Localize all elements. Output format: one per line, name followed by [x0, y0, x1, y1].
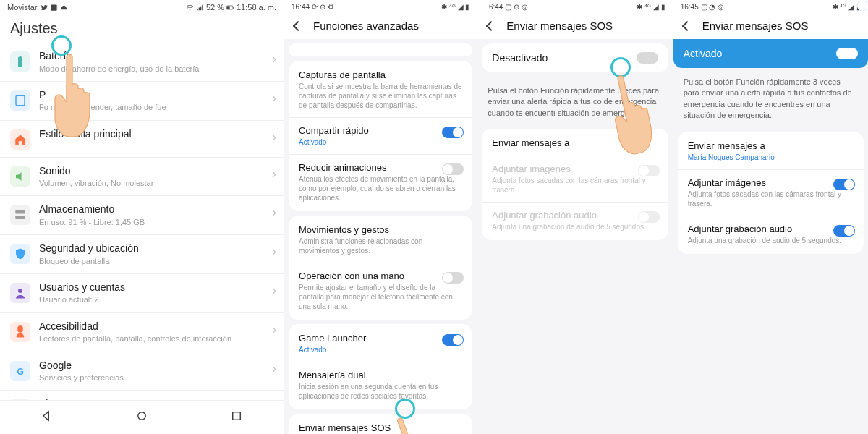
toggle-switch[interactable] — [637, 52, 658, 64]
item-subtitle: Administra funciones relacionadas con mo… — [299, 237, 462, 255]
item-title: Movimientos y gestos — [299, 224, 462, 235]
settings-list: BateríaModo de ahorro de energía, uso de… — [0, 43, 284, 400]
toggle-switch[interactable] — [442, 272, 464, 284]
status-right-icons: ✱ ⁴ᴳ ◢ ▮ — [637, 3, 665, 11]
settings-row[interactable]: G GoogleServicios y preferencias › — [0, 352, 284, 391]
header-title: Enviar mensajes SOS — [506, 20, 613, 32]
item-subtitle: María Nogues Campanario — [688, 153, 854, 162]
settings-card: Movimientos y gestosAdministra funciones… — [289, 216, 472, 320]
chevron-right-icon: › — [272, 165, 276, 183]
pane-ajustes: Movistar 52 % 11:58 a. m. Ajustes Baterí… — [0, 0, 284, 434]
row-title: Sonido — [39, 165, 263, 178]
toggle-switch[interactable] — [442, 127, 464, 138]
status-bar: Movistar 52 % 11:58 a. m. — [0, 0, 284, 13]
settings-row[interactable]: SistemaIdiomas, hora, copia de seguridad… — [0, 390, 284, 400]
toggle-switch[interactable] — [833, 225, 855, 237]
settings-item[interactable]: Reducir animacionesAtenúa los efectos de… — [289, 154, 472, 210]
item-subtitle: Controla si se muestra la barra de herra… — [299, 82, 462, 110]
settings-row[interactable]: SonidoVolumen, vibración, No molestar › — [0, 157, 284, 196]
sos-master-toggle[interactable]: Activado — [673, 39, 868, 68]
row-title: Usuarios y cuentas — [39, 281, 263, 294]
item-subtitle: Inicia sesión en una segunda cuenta en t… — [299, 382, 462, 401]
settings-row[interactable]: BateríaModo de ahorro de energía, uso de… — [0, 43, 284, 81]
status-bar: 16:44 ▢ ⊝ ◎ ✱ ⁴ᴳ ◢ ▮ — [477, 0, 672, 12]
sos-option[interactable]: Enviar mensajes a — [482, 130, 668, 156]
back-icon[interactable] — [486, 20, 496, 30]
chevron-right-icon: › — [272, 203, 276, 221]
nav-recent[interactable] — [230, 409, 243, 425]
item-title: Adjuntar grabación audio — [688, 224, 854, 234]
item-subtitle: Adjunta una grabación de audio de 5 segu… — [492, 222, 658, 231]
pane-sos-on: 16:45 ▢ ◔ ◎ ✱ ⁴ᴳ ◢ ▮ Enviar mensajes SOS… — [673, 0, 868, 434]
clock: 16:44 — [292, 3, 310, 11]
item-subtitle: Activado — [299, 137, 462, 147]
svg-rect-0 — [51, 4, 56, 10]
status-right-icons: ✱ ⁴ᴳ ◢ ▮ — [441, 3, 469, 11]
settings-row[interactable]: Estilo ntalla principal › — [0, 120, 284, 157]
page-title: Ajustes — [0, 13, 284, 43]
users-icon — [10, 283, 30, 303]
svg-rect-5 — [15, 210, 25, 214]
item-subtitle: Atenúa los efectos de movimiento en la p… — [299, 174, 462, 203]
item-title: Enviar mensajes SOS — [299, 422, 462, 433]
row-subtitle: Modo de ahorro de energía, uso de la bat… — [39, 64, 263, 74]
settings-item[interactable]: Mensajería dualInicia sesión en una segu… — [289, 362, 472, 408]
row-title: Estilo ntalla principal — [39, 128, 263, 141]
status-right-icons: ✱ ⁴ᴳ ◢ ▮ — [833, 3, 861, 11]
item-title: Adjuntar imágenes — [492, 163, 658, 174]
settings-row[interactable]: AlmacenamientoEn uso: 91 % - Libre: 1,45… — [0, 195, 284, 234]
item-title: Adjuntar imágenes — [688, 177, 854, 188]
nav-back[interactable] — [41, 409, 54, 425]
row-subtitle: Volumen, vibración, No molestar — [39, 178, 263, 188]
settings-item[interactable]: Capturas de pantallaControla si se muest… — [289, 62, 472, 117]
settings-item[interactable]: Movimientos y gestosAdministra funciones… — [289, 217, 472, 263]
sos-master-toggle[interactable]: Desactivado — [482, 43, 668, 72]
settings-card: Enviar mensajes SOSDesactivado — [289, 414, 472, 434]
status-icons: ⟳ ⊝ ⚙ — [312, 3, 334, 11]
item-subtitle: Activado — [299, 345, 462, 354]
sos-options-card: Enviar mensajes aMaría Nogues Campanario… — [678, 132, 864, 254]
sos-option: Adjuntar grabación audioAdjunta una grab… — [482, 202, 668, 239]
row-subtitle: Usuario actual: 2 — [39, 294, 263, 305]
toggle-switch[interactable] — [442, 334, 464, 346]
item-title: Enviar mensajes a — [492, 137, 658, 148]
home-icon — [10, 129, 30, 150]
header-title: Funciones avanzadas — [313, 20, 419, 32]
settings-row[interactable]: AccesibilidadLectores de pantalla, panta… — [0, 312, 284, 352]
tutorial-four-screens: Movistar 52 % 11:58 a. m. Ajustes Baterí… — [0, 0, 868, 434]
settings-item[interactable]: Enviar mensajes SOSDesactivado — [289, 415, 472, 434]
sos-option[interactable]: Adjuntar imágenesAdjunta fotos sacadas c… — [678, 169, 864, 216]
security-icon — [10, 244, 30, 264]
signal-icon — [196, 4, 204, 12]
settings-row[interactable]: Usuarios y cuentasUsuario actual: 2 › — [0, 273, 284, 312]
peek-prev-card — [289, 43, 472, 56]
pane-funciones-avanzadas: 16:44 ⟳ ⊝ ⚙ ✱ ⁴ᴳ ◢ ▮ Funciones avanzadas… — [284, 0, 477, 434]
settings-item[interactable]: Operación con una manoPermite ajustar el… — [289, 263, 472, 318]
item-subtitle: Adjunta una grabación de audio de 5 segu… — [688, 236, 854, 245]
back-icon[interactable] — [682, 20, 692, 30]
battery-pct: 52 % — [206, 3, 224, 12]
settings-row[interactable]: PFo ntalla, suspender, tamaño de fue › — [0, 81, 284, 120]
screen-header: Enviar mensajes SOS — [673, 12, 868, 39]
item-title: Operación con una mano — [299, 271, 462, 281]
sos-option[interactable]: Adjuntar grabación audioAdjunta una grab… — [678, 216, 864, 252]
status-icons: ▢ ◔ ◎ — [701, 3, 725, 11]
carrier-label: Movistar — [7, 3, 38, 12]
settings-item[interactable]: Compartir rápidoActivado — [289, 117, 472, 154]
settings-row[interactable]: Seguridad y ubicaciónBloqueo de pantalla… — [0, 234, 284, 273]
item-subtitle: Permite ajustar el tamaño y el diseño de… — [299, 283, 462, 311]
item-title: Mensajería dual — [299, 370, 462, 380]
toggle-switch[interactable] — [836, 48, 858, 59]
settings-card: Capturas de pantallaControla si se muest… — [289, 61, 472, 211]
cloud-icon — [60, 4, 68, 12]
settings-item[interactable]: Game LauncherActivado — [289, 326, 472, 362]
back-icon[interactable] — [293, 20, 303, 30]
row-title: Batería — [39, 50, 263, 63]
toggle-switch[interactable] — [442, 163, 464, 175]
clock: 16:45 — [681, 3, 699, 11]
toggle-switch[interactable] — [833, 179, 855, 190]
sos-option[interactable]: Enviar mensajes aMaría Nogues Campanario — [678, 133, 864, 169]
storage-icon — [10, 205, 30, 225]
nav-home[interactable] — [135, 409, 148, 425]
screen-header: Funciones avanzadas — [284, 12, 477, 39]
